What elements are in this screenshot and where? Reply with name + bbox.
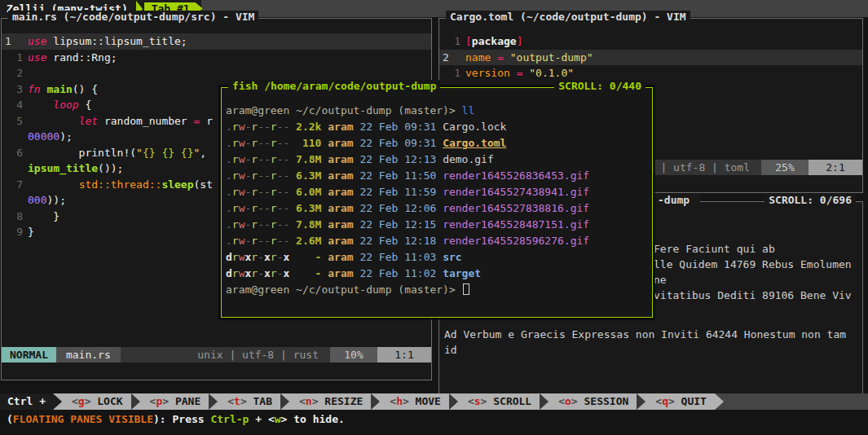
line-number: 1 bbox=[2, 50, 23, 66]
vim-meta: x | utf-8 | toml bbox=[648, 160, 761, 175]
file-name: Cargo.lock bbox=[443, 121, 506, 133]
keybar-key: o bbox=[565, 395, 571, 407]
line-number: 1 bbox=[439, 65, 460, 81]
line-number: 8 bbox=[2, 209, 23, 225]
statusline-fill bbox=[121, 347, 198, 362]
fish-prompt-line: aram@green ~/c/output-dump (master)> bbox=[226, 282, 648, 298]
scroll-value: 0/440 bbox=[610, 80, 641, 92]
code-text: println!("{} {} {}", bbox=[23, 145, 206, 161]
fish-command: ll bbox=[462, 104, 475, 116]
file-name: render1645526836453.gif bbox=[443, 169, 589, 182]
keybar-item-session[interactable]: <o> SESSION bbox=[550, 393, 637, 410]
file-size: 110 bbox=[296, 137, 321, 149]
hint-line: (FLOATING PANES VISIBLE): Press Ctrl-p +… bbox=[0, 411, 868, 428]
zellij-screen: Zellij (many-twist) Tab #1 main.rs (~/co… bbox=[0, 0, 868, 435]
file-row: .rw-r--r-- 6.3M aram 22 Feb 11:50 render… bbox=[226, 168, 648, 184]
file-owner: aram bbox=[328, 169, 353, 182]
code-text: 000)); bbox=[23, 192, 66, 209]
keybar-label: PANE bbox=[169, 395, 200, 407]
vim-cursor-pos: 2:1 bbox=[809, 160, 862, 175]
code-text: 00000); bbox=[23, 129, 73, 145]
keybar-separator-icon bbox=[540, 393, 550, 410]
hint-suffix: > to hide. bbox=[281, 413, 345, 425]
line-number: 2 bbox=[439, 50, 460, 66]
line-number: 6 bbox=[2, 145, 23, 161]
file-date: 22 Feb 11:59 bbox=[359, 186, 436, 198]
file-name: render1645527438941.gif bbox=[443, 186, 589, 198]
file-owner: aram bbox=[328, 137, 353, 149]
vim-scroll-percent: 25% bbox=[761, 160, 809, 175]
keybar-separator-icon bbox=[131, 393, 142, 410]
keybar-item-quit[interactable]: <q> QUIT bbox=[647, 393, 715, 410]
keybar-key: g bbox=[78, 395, 85, 407]
vim-buffer-cargo: 1[package]2name = "output-dump"1version … bbox=[439, 33, 862, 81]
scroll-value: 0/696 bbox=[820, 194, 852, 206]
file-date: 22 Feb 09:31 bbox=[359, 121, 436, 133]
code-text: ipsum_title()); bbox=[23, 160, 123, 177]
keybar-key: h bbox=[396, 395, 403, 407]
keybar-label: TAB bbox=[247, 395, 272, 407]
pane-title-output-fragment: -dump bbox=[654, 194, 700, 206]
keybar-label: SCROLL bbox=[487, 395, 531, 407]
keybar-separator-icon bbox=[449, 393, 460, 410]
file-name: target bbox=[443, 267, 481, 279]
file-date: 22 Feb 11:02 bbox=[359, 267, 436, 279]
file-name: src bbox=[443, 251, 461, 263]
file-size: 6.3M bbox=[296, 169, 321, 182]
file-row: .rw-r--r-- 110 aram 22 Feb 09:31 Cargo.t… bbox=[226, 135, 648, 152]
keybar-label: LOCK bbox=[90, 395, 122, 407]
keybar-key: n bbox=[306, 395, 312, 407]
line-number bbox=[2, 160, 23, 177]
file-name: Cargo.toml bbox=[443, 137, 506, 149]
keybar-key: t bbox=[234, 395, 240, 407]
file-date: 22 Feb 11:03 bbox=[359, 251, 436, 263]
output-text-fragment: lle Quidem 14769 Rebus Emolumen bbox=[654, 257, 852, 272]
file-owner: aram bbox=[328, 121, 353, 133]
file-date: 22 Feb 09:31 bbox=[359, 137, 436, 149]
file-size: 6.3M bbox=[296, 202, 321, 214]
floating-pane-fish[interactable]: fish /home/aram/code/output-dump SCROLL:… bbox=[221, 87, 653, 318]
line-number: 1 bbox=[2, 33, 23, 50]
output-scroll-indicator: SCROLL: 0/696 bbox=[764, 194, 856, 206]
keybar-item-lock[interactable]: <g> LOCK bbox=[64, 393, 131, 410]
keybar-item-pane[interactable]: <p> PANE bbox=[142, 393, 209, 410]
vim-meta: unix | utf-8 | rust bbox=[197, 347, 330, 362]
keybar-separator-icon bbox=[209, 393, 219, 410]
file-size: - bbox=[296, 251, 321, 263]
code-text: fn main() { bbox=[23, 81, 98, 98]
code-text: } bbox=[23, 209, 59, 225]
keybar-key: q bbox=[662, 395, 668, 407]
file-row: drwxr-xr-x - aram 22 Feb 11:02 target bbox=[226, 266, 648, 282]
keybar-separator-icon bbox=[637, 393, 647, 410]
hint-floating-panes-label: FLOATING PANES VISIBLE bbox=[13, 413, 153, 425]
vim-mode-badge: NORMAL bbox=[2, 347, 56, 362]
output-text-fragment: ne bbox=[654, 272, 667, 288]
keybar-item-scroll[interactable]: <s> SCROLL bbox=[460, 393, 540, 410]
keybar-separator-icon bbox=[53, 393, 64, 410]
vim-scroll-percent: 10% bbox=[330, 347, 377, 362]
line-number bbox=[2, 129, 23, 145]
file-row: .rw-r--r-- 2.6M aram 22 Feb 12:18 render… bbox=[226, 233, 648, 249]
code-text: std::thread::sleep(st bbox=[23, 177, 213, 193]
pane-title-main-rs: main.rs (~/code/output-dump/src) - VIM bbox=[8, 11, 258, 23]
file-size: 7.8M bbox=[296, 153, 321, 165]
file-owner: aram bbox=[328, 218, 353, 231]
code-line: 1use rand::Rng; bbox=[2, 50, 431, 66]
fish-prompt-line: aram@green ~/c/output-dump (master)> ll bbox=[226, 103, 648, 119]
keybar-item-resize[interactable]: <n> RESIZE bbox=[291, 393, 371, 410]
file-size: - bbox=[296, 267, 321, 279]
fish-scroll-indicator: SCROLL: 0/440 bbox=[554, 80, 645, 92]
code-text: loop { bbox=[23, 97, 91, 113]
file-owner: aram bbox=[328, 267, 353, 279]
keybar-item-tab[interactable]: <t> TAB bbox=[219, 393, 280, 410]
file-name: render1645528596276.gif bbox=[443, 235, 589, 247]
hint-plus: + < bbox=[249, 413, 274, 425]
file-row: .rw-r--r-- 6.3M aram 22 Feb 12:06 render… bbox=[226, 200, 648, 217]
keybar-item-move[interactable]: <h> MOVE bbox=[381, 393, 449, 410]
output-text-line: id bbox=[444, 342, 457, 358]
file-date: 22 Feb 12:06 bbox=[359, 202, 436, 214]
file-name: render1645527838816.gif bbox=[443, 202, 589, 214]
line-number: 4 bbox=[2, 97, 23, 113]
code-text: use rand::Rng; bbox=[23, 50, 117, 66]
code-text: [package] bbox=[460, 33, 522, 50]
